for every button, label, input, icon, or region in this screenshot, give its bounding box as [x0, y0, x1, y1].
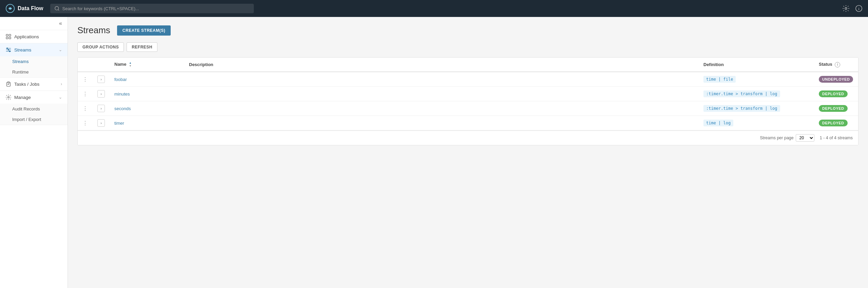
group-actions-button[interactable]: GROUP ACTIONS — [77, 42, 124, 52]
table-row: ⋮ › seconds :timer.time > transform | lo… — [78, 101, 858, 116]
streams-table-container: Name ▲ ▼ Description Definition Status i — [77, 57, 858, 145]
per-page-select[interactable]: 10 20 50 100 — [796, 134, 814, 142]
svg-rect-5 — [9, 34, 11, 36]
expand-button-1[interactable]: › — [97, 76, 105, 83]
th-status: Status i — [814, 58, 858, 72]
expand-button-3[interactable]: › — [97, 105, 105, 112]
sort-icons-name[interactable]: ▲ ▼ — [129, 62, 132, 67]
tasks-icon — [5, 81, 12, 87]
sidebar-sub-runtime-label: Runtime — [12, 69, 29, 75]
sidebar-item-applications[interactable]: Applications — [0, 30, 68, 43]
search-icon — [54, 6, 60, 11]
row-status-3: DEPLOYED — [814, 101, 858, 116]
status-info-icon[interactable]: i — [835, 62, 840, 67]
row-def-3: :timer.time > transform | log — [699, 101, 814, 116]
row-desc-3 — [184, 101, 699, 116]
expand-button-2[interactable]: › — [97, 90, 105, 98]
stream-name-link-4[interactable]: timer — [114, 121, 124, 126]
sort-desc-icon: ▼ — [129, 65, 132, 67]
streams-icon — [5, 47, 12, 53]
sidebar-item-tasks-label: Tasks / Jobs — [14, 82, 58, 87]
th-expand — [93, 58, 110, 72]
th-definition: Definition — [699, 58, 814, 72]
row-name-1: foobar — [110, 72, 184, 87]
th-description: Description — [184, 58, 699, 72]
status-badge-1: UNDEPLOYED — [819, 76, 853, 83]
streams-chevron: ⌄ — [59, 47, 62, 52]
row-def-1: time | file — [699, 72, 814, 87]
th-dots — [78, 58, 93, 72]
row-dots-2[interactable]: ⋮ — [78, 87, 93, 101]
svg-point-8 — [7, 48, 8, 49]
row-dots-1[interactable]: ⋮ — [78, 72, 93, 87]
app-title: Data Flow — [18, 5, 43, 12]
sidebar-sub-streams: Streams Runtime — [0, 56, 68, 77]
sidebar-section-manage: Manage ⌄ Audit Records Import / Export — [0, 91, 68, 125]
create-streams-button[interactable]: CREATE STREAM(S) — [117, 25, 171, 36]
page-title: Streams — [77, 25, 110, 36]
stream-name-link-3[interactable]: seconds — [114, 106, 131, 111]
svg-point-2 — [845, 7, 847, 9]
th-name[interactable]: Name ▲ ▼ — [110, 58, 184, 72]
row-name-3: seconds — [110, 101, 184, 116]
sort-asc-icon: ▲ — [129, 62, 132, 64]
expand-button-4[interactable]: › — [97, 119, 105, 127]
sidebar-section-streams: Streams ⌄ Streams Runtime — [0, 43, 68, 78]
status-badge-2: DEPLOYED — [819, 90, 848, 97]
stream-name-link-1[interactable]: foobar — [114, 77, 127, 82]
per-page-control: Streams per page 10 20 50 100 — [760, 134, 814, 142]
page-header: Streams CREATE STREAM(S) — [77, 25, 858, 36]
search-bar[interactable]: Search for keywords (CTRL+SPACE)... — [50, 4, 254, 13]
sidebar-item-manage[interactable]: Manage ⌄ — [0, 91, 68, 104]
row-expand-4[interactable]: › — [93, 116, 110, 130]
streams-table-body: ⋮ › foobar time | file UNDEPLOYED ⋮ › mi… — [78, 72, 858, 130]
sidebar-item-tasks[interactable]: Tasks / Jobs › — [0, 78, 68, 90]
row-dots-4[interactable]: ⋮ — [78, 116, 93, 130]
svg-point-9 — [8, 49, 9, 50]
sidebar-item-streams[interactable]: Streams ⌄ — [0, 43, 68, 56]
table-row: ⋮ › minutes :timer.time > transform | lo… — [78, 87, 858, 101]
info-icon[interactable] — [855, 5, 863, 12]
sidebar-collapse-btn[interactable]: « — [0, 17, 68, 30]
sidebar-item-audit-records[interactable]: Audit Records — [0, 104, 68, 114]
row-status-1: UNDEPLOYED — [814, 72, 858, 87]
row-name-2: minutes — [110, 87, 184, 101]
row-desc-4 — [184, 116, 699, 130]
topbar: Data Flow Search for keywords (CTRL+SPAC… — [0, 0, 868, 17]
row-status-2: DEPLOYED — [814, 87, 858, 101]
sidebar-item-streams-list[interactable]: Streams — [0, 56, 68, 67]
sidebar-item-manage-label: Manage — [14, 95, 56, 100]
sidebar-section-tasks: Tasks / Jobs › — [0, 78, 68, 91]
settings-icon[interactable] — [842, 5, 850, 12]
sidebar-item-import-export[interactable]: Import / Export — [0, 114, 68, 125]
sidebar: « Applications Streams ⌄ Streams Runtime — [0, 17, 68, 288]
status-badge-4: DEPLOYED — [819, 120, 848, 126]
row-desc-2 — [184, 87, 699, 101]
row-name-4: timer — [110, 116, 184, 130]
sidebar-item-applications-label: Applications — [14, 34, 62, 39]
svg-point-1 — [55, 6, 59, 10]
table-row: ⋮ › foobar time | file UNDEPLOYED — [78, 72, 858, 87]
refresh-button[interactable]: REFRESH — [127, 42, 157, 52]
table-row: ⋮ › timer time | log DEPLOYED — [78, 116, 858, 130]
app-logo[interactable]: Data Flow — [5, 4, 43, 13]
sidebar-item-streams-label: Streams — [14, 47, 56, 53]
table-header-row: Name ▲ ▼ Description Definition Status i — [78, 58, 858, 72]
stream-name-link-2[interactable]: minutes — [114, 91, 130, 97]
row-expand-2[interactable]: › — [93, 87, 110, 101]
row-expand-3[interactable]: › — [93, 101, 110, 116]
row-expand-1[interactable]: › — [93, 72, 110, 87]
sidebar-section-applications: Applications — [0, 30, 68, 43]
svg-point-10 — [9, 51, 10, 52]
svg-rect-6 — [6, 37, 8, 39]
collapse-button[interactable]: « — [58, 20, 63, 27]
pagination-text: 1 - 4 of 4 streams — [820, 136, 853, 140]
sidebar-item-runtime[interactable]: Runtime — [0, 67, 68, 77]
svg-point-12 — [8, 97, 10, 98]
row-def-4: time | log — [699, 116, 814, 130]
row-desc-1 — [184, 72, 699, 87]
row-dots-3[interactable]: ⋮ — [78, 101, 93, 116]
svg-rect-11 — [8, 82, 10, 83]
svg-rect-4 — [6, 34, 8, 36]
streams-table: Name ▲ ▼ Description Definition Status i — [78, 58, 858, 130]
